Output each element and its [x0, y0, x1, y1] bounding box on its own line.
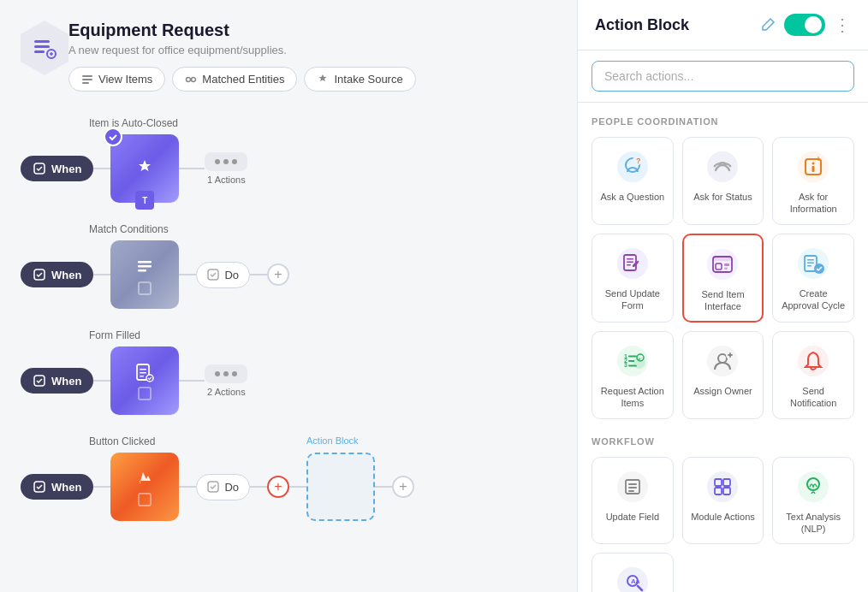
- edit-icon[interactable]: [760, 17, 776, 33]
- action-item-ask-status[interactable]: Ask for Status: [682, 137, 764, 225]
- toggle-slider: [784, 14, 825, 36]
- app-header: Equipment Request A new request for offi…: [21, 21, 556, 92]
- toggle-switch[interactable]: [784, 14, 825, 36]
- svg-point-62: [707, 346, 738, 376]
- intake-source-button[interactable]: Intake Source: [304, 67, 415, 92]
- right-header: Action Block ⋮: [578, 0, 868, 50]
- trigger-checkbox-4: [138, 493, 152, 506]
- svg-point-65: [798, 346, 829, 376]
- matched-entities-button[interactable]: Matched Entities: [172, 67, 297, 92]
- trigger-icon-4: [133, 467, 157, 491]
- action-item-text-analysis[interactable]: Text Analysis (NLP): [772, 457, 854, 545]
- send-notification-label: Send Notification: [780, 385, 847, 410]
- when-button-4[interactable]: When: [21, 474, 93, 500]
- trigger-card-3[interactable]: [110, 346, 179, 415]
- action-item-request-action[interactable]: 1 2 3 Request Action Items: [592, 331, 674, 419]
- svg-rect-69: [628, 487, 637, 488]
- svg-rect-20: [140, 372, 146, 374]
- send-item-interface-icon: [705, 247, 740, 281]
- actions-label-1: 1 Actions: [207, 175, 246, 185]
- ask-information-icon: i: [796, 150, 830, 184]
- svg-rect-8: [82, 82, 89, 84]
- action-block-empty[interactable]: [306, 453, 375, 521]
- connector-3: [179, 274, 196, 275]
- more-icon[interactable]: ⋮: [834, 15, 851, 35]
- action-item-create-approval[interactable]: Create Approval Cycle: [772, 234, 854, 323]
- do-button-4[interactable]: Do: [196, 474, 250, 500]
- train-icon: Aa: [615, 565, 650, 592]
- match-icon: [185, 74, 197, 86]
- action-item-ask-question[interactable]: ? Ask a Question: [592, 137, 674, 225]
- row-label-auto-closed: Item is Auto-Closed: [89, 117, 556, 129]
- svg-point-61: [633, 357, 645, 369]
- action-item-send-item-interface[interactable]: Send Item Interface: [682, 234, 764, 323]
- svg-rect-49: [807, 262, 814, 263]
- when-button-1[interactable]: When: [21, 156, 93, 181]
- assign-owner-label: Assign Owner: [693, 385, 752, 397]
- do-icon-4: [207, 481, 219, 493]
- workflow-row-button: Button Clicked When Do: [21, 435, 556, 521]
- when-icon-2: [33, 268, 46, 281]
- action-item-send-notification[interactable]: Send Notification: [772, 331, 854, 419]
- svg-point-9: [187, 77, 191, 81]
- dot-3a: [215, 371, 220, 376]
- actions-label-3: 2 Actions: [207, 387, 246, 397]
- workflow-row-match: Match Conditions When Do: [21, 223, 556, 309]
- trigger-card-1[interactable]: T: [110, 134, 179, 203]
- when-button-3[interactable]: When: [21, 368, 93, 394]
- trigger-card-4[interactable]: [110, 453, 179, 521]
- svg-point-29: [707, 151, 738, 182]
- view-items-button[interactable]: View Items: [68, 67, 165, 92]
- search-input[interactable]: [592, 61, 854, 92]
- connector-7: [93, 486, 110, 488]
- module-actions-icon: [705, 470, 740, 504]
- svg-rect-48: [807, 259, 814, 261]
- action-item-update-field[interactable]: Update Field: [592, 457, 674, 545]
- svg-rect-33: [812, 166, 815, 172]
- row-label-match: Match Conditions: [89, 223, 556, 235]
- ask-status-label: Ask for Status: [693, 191, 752, 203]
- right-panel: Action Block ⋮ PEOPLE COORDINATION ?: [577, 0, 868, 592]
- action-item-send-update-form[interactable]: Send Update Form: [592, 234, 674, 323]
- connector-6: [179, 380, 205, 382]
- app-icon-svg: [32, 35, 57, 61]
- svg-point-10: [192, 77, 196, 81]
- svg-text:3: 3: [624, 362, 627, 368]
- connector-5: [93, 380, 110, 382]
- text-analysis-label: Text Analysis (NLP): [780, 511, 847, 536]
- trigger-icon-3: [133, 361, 157, 385]
- action-block-1: 1 Actions: [205, 152, 247, 185]
- add-circle-2[interactable]: +: [267, 263, 289, 286]
- trigger-wrap-1: T: [110, 134, 179, 203]
- action-block-dashed-wrap: Action Block: [306, 453, 375, 521]
- action-grid-workflow: Update Field Module Actions: [592, 457, 854, 592]
- trigger-small-1: T: [135, 191, 154, 210]
- trigger-card-2[interactable]: [110, 240, 179, 309]
- send-notification-icon: [796, 344, 830, 378]
- action-dots-3[interactable]: [205, 364, 247, 383]
- send-update-form-label: Send Update Form: [599, 287, 666, 312]
- trigger-checkbox-2: [138, 281, 152, 295]
- do-button-2[interactable]: Do: [196, 262, 250, 288]
- action-grid-people: ? Ask a Question Ask for Status: [592, 137, 854, 419]
- svg-rect-2: [34, 50, 45, 53]
- svg-rect-15: [138, 269, 146, 272]
- svg-rect-50: [807, 265, 812, 267]
- svg-rect-44: [724, 263, 729, 266]
- svg-point-71: [707, 471, 738, 502]
- assign-owner-icon: [705, 344, 740, 378]
- svg-rect-6: [82, 75, 92, 77]
- action-item-module-actions[interactable]: Module Actions: [682, 457, 764, 545]
- add-circle-4[interactable]: +: [267, 476, 289, 498]
- add-circle-5[interactable]: +: [392, 476, 414, 498]
- action-item-train[interactable]: Aa Train: [592, 553, 674, 592]
- action-block-3: 2 Actions: [205, 364, 247, 397]
- connector-10: [289, 486, 306, 488]
- action-item-ask-information[interactable]: i Ask for Information: [772, 137, 854, 225]
- action-item-assign-owner[interactable]: Assign Owner: [682, 331, 764, 419]
- connector-4: [250, 274, 267, 275]
- svg-point-22: [146, 375, 153, 382]
- action-dots-1[interactable]: [205, 152, 247, 171]
- action-block-label: Action Block: [306, 435, 359, 446]
- when-button-2[interactable]: When: [21, 262, 93, 287]
